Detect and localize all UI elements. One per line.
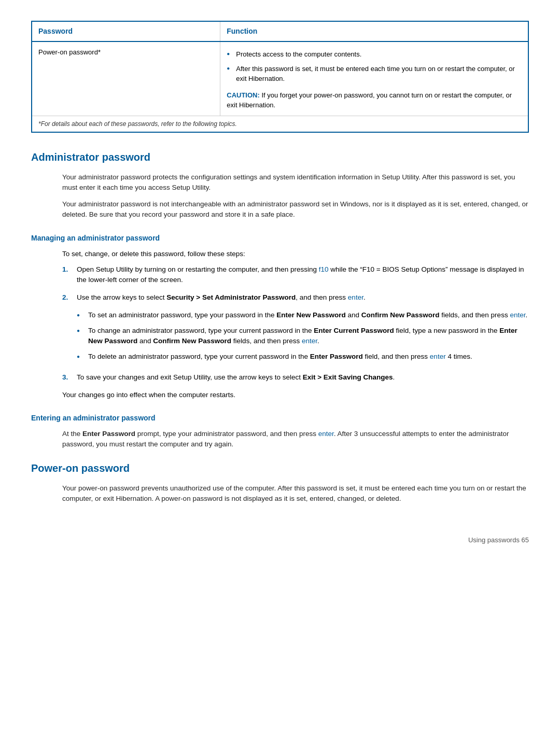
admin-para-2: Your administrator password is not inter… [62, 199, 529, 220]
step-2-num: 2. [62, 292, 77, 364]
sub-b1-text4: . [525, 311, 527, 319]
step-3-text-end: . [393, 373, 395, 381]
steps-intro: To set, change, or delete this password,… [62, 249, 529, 259]
sub-b2-text3: and [137, 337, 153, 345]
step-1-num: 1. [62, 264, 77, 286]
sub-b1-link: enter [510, 311, 525, 319]
table-footnote: *For details about each of these passwor… [32, 116, 528, 132]
sub-b1-text2: and [346, 311, 361, 319]
managing-heading: Managing an administrator password [31, 233, 529, 244]
step-1-text-before: Open Setup Utility by turning on or rest… [77, 265, 319, 273]
changes-note: Your changes go into effect when the com… [62, 390, 529, 400]
step-1-link: f10 [319, 265, 329, 273]
sub-b2-text: To change an administrator password, typ… [88, 327, 314, 334]
entering-heading: Entering an administrator password [31, 413, 529, 424]
sub-bullet-1: To set an administrator password, type y… [77, 307, 529, 323]
sub-b2-text2: field, type a new password in the [394, 327, 499, 334]
admin-password-section: Administrator password Your administrato… [31, 149, 529, 450]
entering-link: enter [318, 430, 334, 438]
entering-para-mid: prompt, type your administrator password… [135, 430, 318, 438]
step-2-text-end: . [363, 293, 366, 301]
admin-password-heading: Administrator password [31, 149, 529, 165]
sub-b3-bold1: Enter Password [310, 353, 363, 360]
step-3-bold: Exit > Exit Saving Changes [303, 373, 393, 381]
function-cell: Protects access to the computer contents… [220, 42, 528, 116]
power-on-password-section: Power-on password Your power-on password… [31, 460, 529, 504]
step-2-text-before: Use the arrow keys to select [77, 293, 166, 301]
step-2-text-mid: , and then press [296, 293, 348, 301]
step-3-content: To save your changes and exit Setup Util… [77, 372, 529, 383]
sub-b2-bold1: Enter Current Password [314, 327, 394, 334]
footer-text: Using passwords 65 [468, 536, 529, 544]
sub-bullet-3: To delete an administrator password, typ… [77, 349, 529, 364]
step-3-num: 3. [62, 372, 77, 383]
sub-b2-text5: . [317, 337, 319, 345]
sub-b2-text4: fields, and then press [231, 337, 302, 345]
sub-bullet-2: To change an administrator password, typ… [77, 323, 529, 349]
caution-label: CAUTION: [227, 91, 261, 99]
sub-b2-link: enter [302, 337, 317, 345]
step-2-link: enter [348, 293, 363, 301]
caution-block: CAUTION: If you forget your power-on pas… [227, 90, 522, 110]
page-footer: Using passwords 65 [31, 535, 529, 545]
password-cell: Power-on password* [32, 42, 220, 116]
numbered-steps: 1. Open Setup Utility by turning on or r… [62, 264, 529, 383]
step-1: 1. Open Setup Utility by turning on or r… [62, 264, 529, 286]
entering-bold: Enter Password [82, 430, 135, 438]
table-header: Password Function [32, 22, 528, 42]
entering-para: At the Enter Password prompt, type your … [62, 429, 529, 450]
bullet-item: After this password is set, it must be e… [227, 62, 522, 86]
col-password-header: Password [32, 22, 220, 41]
sub-b2-bold3: Confirm New Password [153, 337, 231, 345]
password-table: Password Function Power-on password* Pro… [31, 21, 529, 133]
sub-b1-text: To set an administrator password, type y… [88, 311, 276, 319]
sub-b1-text3: fields, and then press [440, 311, 510, 319]
step-3: 3. To save your changes and exit Setup U… [62, 372, 529, 383]
col-function-header: Function [220, 22, 528, 41]
step-2-sub-bullets: To set an administrator password, type y… [77, 307, 529, 365]
step-2: 2. Use the arrow keys to select Security… [62, 292, 529, 364]
function-bullet-list: Protects access to the computer contents… [227, 47, 522, 86]
step-3-text-before: To save your changes and exit Setup Util… [77, 373, 303, 381]
sub-b3-text2: field, and then press [363, 353, 430, 360]
step-2-content: Use the arrow keys to select Security > … [77, 292, 529, 364]
step-1-content: Open Setup Utility by turning on or rest… [77, 264, 529, 286]
step-2-bold: Security > Set Administrator Password [166, 293, 296, 301]
sub-b1-bold2: Confirm New Password [361, 311, 440, 319]
power-on-heading: Power-on password [31, 460, 529, 476]
entering-para-before: At the [62, 430, 82, 438]
power-on-para: Your power-on password prevents unauthor… [62, 483, 529, 504]
sub-b3-text3: 4 times. [446, 353, 472, 360]
sub-b1-bold1: Enter New Password [276, 311, 346, 319]
bullet-item: Protects access to the computer contents… [227, 47, 522, 62]
sub-b3-text: To delete an administrator password, typ… [88, 353, 310, 360]
caution-text: If you forget your power-on password, yo… [227, 91, 512, 109]
sub-b3-link: enter [430, 353, 446, 360]
admin-para-1: Your administrator password protects the… [62, 172, 529, 193]
table-row: Power-on password* Protects access to th… [32, 42, 528, 116]
